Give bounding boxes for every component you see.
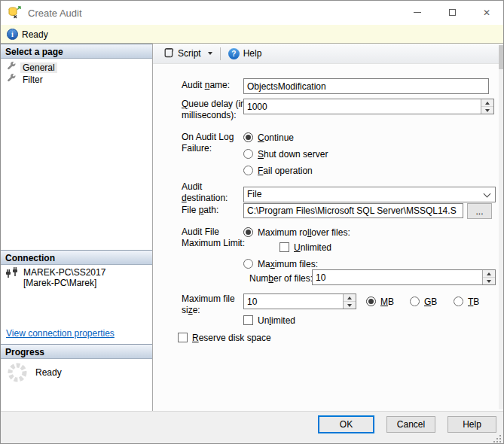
script-label: Script	[178, 48, 201, 59]
close-icon: ✕	[483, 8, 490, 17]
queue-delay-input[interactable]	[244, 99, 481, 114]
label-part: d	[182, 193, 187, 203]
label-part: S	[258, 149, 264, 160]
radio-icon	[243, 166, 253, 175]
vertical-scrollbar[interactable]	[499, 45, 504, 409]
checkbox-unlimited-rollover[interactable]: Unlimited	[279, 242, 331, 253]
connection-icon	[5, 266, 19, 281]
file-path-label: File path:	[182, 205, 218, 216]
radio-icon	[243, 227, 253, 237]
help-toolbar-button[interactable]: ? Help	[225, 47, 265, 61]
max-file-size-input[interactable]	[244, 294, 343, 309]
content-pane: Script ? Help Audit name: Queue delay (i…	[153, 44, 504, 411]
sidebar-item-filter[interactable]: Filter	[1, 73, 152, 86]
radio-maximum-files[interactable]: Maximum files:	[243, 258, 318, 269]
label-part: Audit	[182, 80, 205, 90]
option-label: Shut down server	[258, 149, 328, 160]
help-icon: ?	[228, 48, 240, 59]
spinner	[343, 294, 356, 309]
option-label: TB	[468, 297, 479, 307]
status-bar: i Ready	[1, 25, 503, 44]
audit-destination-label: Audit destination:	[182, 181, 246, 204]
radio-fail-operation[interactable]: Fail operation	[243, 165, 313, 176]
spin-down-button[interactable]	[344, 301, 356, 309]
checkbox-unlimited-size[interactable]: Unlimited	[243, 315, 295, 326]
view-connection-properties-link[interactable]: View connection properties	[6, 328, 115, 339]
ok-button[interactable]: OK	[318, 415, 374, 433]
label-part: e:	[193, 305, 200, 315]
sidebar-item-general[interactable]: General	[1, 61, 152, 74]
checkbox-icon	[178, 333, 188, 342]
checkbox-icon	[243, 315, 253, 325]
label-part: B	[431, 297, 437, 307]
label-part: Un	[258, 315, 269, 326]
resize-grip[interactable]	[493, 435, 501, 442]
label-part: C	[258, 132, 264, 143]
radio-tb[interactable]: TB	[454, 296, 479, 307]
label-part: ueue delay (in milliseconds):	[182, 99, 246, 120]
audit-name-input[interactable]	[243, 78, 489, 94]
spin-up-button[interactable]	[481, 99, 493, 106]
selected-value: File	[247, 189, 261, 199]
label-part: hut down server	[264, 149, 328, 160]
file-path-input[interactable]	[243, 203, 463, 218]
on-failure-label: On Audit Log Failure:	[182, 132, 246, 154]
label-part: ath:	[203, 205, 218, 215]
spin-down-button[interactable]	[481, 106, 493, 114]
label-part: G	[424, 297, 431, 307]
number-of-files-input[interactable]	[313, 270, 482, 284]
radio-icon	[410, 297, 420, 306]
radio-continue[interactable]: Continue	[243, 132, 294, 143]
minimize-button[interactable]	[400, 1, 435, 24]
max-file-size-label: Maximum file size:	[182, 293, 246, 316]
browse-button[interactable]: ...	[467, 203, 492, 219]
scrollbar-thumb[interactable]	[499, 45, 504, 69]
script-icon	[163, 47, 174, 60]
option-label: MB	[380, 297, 394, 307]
status-text: Ready	[22, 29, 48, 40]
label-part: B	[473, 297, 479, 307]
progress-spinner-icon	[7, 362, 28, 385]
chevron-down-icon	[484, 190, 491, 198]
cancel-button[interactable]: Cancel	[386, 416, 435, 433]
option-label: Fail operation	[258, 166, 313, 176]
label-part: er of files:	[273, 273, 313, 284]
spin-down-button[interactable]	[483, 277, 495, 284]
option-label: Unlimited	[258, 315, 295, 326]
label-part: Audit	[182, 181, 202, 192]
toolbar: Script ? Help	[153, 44, 504, 64]
help-button[interactable]: Help	[447, 416, 496, 433]
window-title: Create Audit	[28, 8, 82, 19]
progress-header: Progress	[1, 344, 152, 359]
sidebar-item-label: Filter	[20, 75, 45, 85]
label-part: B	[388, 297, 394, 307]
label-part: ail operation	[263, 166, 312, 176]
select-a-page-header: Select a page	[1, 44, 152, 59]
radio-icon	[243, 259, 253, 269]
checkbox-reserve-disk-space[interactable]: Reserve disk space	[178, 332, 271, 343]
radio-shut-down-server[interactable]: Shut down server	[243, 148, 328, 160]
maximize-button[interactable]	[435, 1, 469, 24]
label-part: R	[192, 333, 199, 343]
footer: OK Cancel Help	[1, 411, 503, 444]
script-button[interactable]: Script	[160, 46, 215, 62]
info-icon: i	[7, 29, 18, 40]
title-bar[interactable]: Create Audit ✕	[1, 1, 503, 25]
label-part: ame:	[209, 80, 230, 90]
close-button[interactable]: ✕	[469, 1, 504, 24]
option-label: Maximum rollover files:	[258, 227, 350, 238]
label-part: M	[380, 297, 388, 307]
spin-up-button[interactable]	[483, 270, 495, 277]
label-part: eserve disk space	[199, 333, 271, 343]
radio-mb[interactable]: MB	[366, 296, 394, 307]
script-dropdown-icon[interactable]	[208, 52, 212, 55]
sidebar: Select a page General Filter Connection …	[1, 44, 153, 411]
label-part: Ma	[258, 259, 270, 269]
radio-gb[interactable]: GB	[410, 296, 437, 307]
label-part: imum files:	[275, 259, 318, 269]
spin-up-button[interactable]	[344, 294, 356, 301]
audit-destination-select[interactable]: File	[243, 187, 496, 202]
radio-maximum-rollover-files[interactable]: Maximum rollover files:	[243, 227, 350, 238]
radio-icon	[243, 149, 253, 159]
option-label: Continue	[258, 132, 294, 143]
